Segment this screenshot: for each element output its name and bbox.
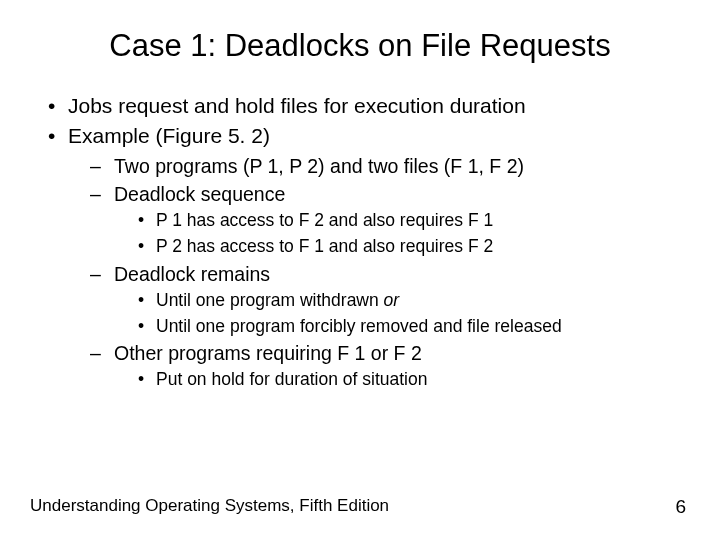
bullet-level-3: P 2 has access to F 1 and also requires … [138, 235, 690, 259]
slide-title: Case 1: Deadlocks on File Requests [30, 28, 690, 64]
bullet-level-2: Other programs requiring F 1 or F 2 [90, 340, 690, 366]
bullet-level-3: P 1 has access to F 2 and also requires … [138, 209, 690, 233]
slide: Case 1: Deadlocks on File Requests Jobs … [0, 0, 720, 540]
page-number: 6 [675, 496, 686, 518]
bullet-level-3: Put on hold for duration of situation [138, 368, 690, 392]
bullet-text: Until one program withdrawn [156, 290, 384, 310]
bullet-level-2: Two programs (P 1, P 2) and two files (F… [90, 153, 690, 179]
bullet-level-3: Until one program withdrawn or [138, 289, 690, 313]
slide-content: Jobs request and hold files for executio… [30, 92, 690, 392]
bullet-level-1: Jobs request and hold files for executio… [48, 92, 690, 120]
footer-text: Understanding Operating Systems, Fifth E… [30, 496, 389, 516]
bullet-level-2: Deadlock remains [90, 261, 690, 287]
bullet-level-1: Example (Figure 5. 2) [48, 122, 690, 150]
bullet-text-italic: or [384, 290, 400, 310]
bullet-level-3: Until one program forcibly removed and f… [138, 315, 690, 339]
bullet-level-2: Deadlock sequence [90, 181, 690, 207]
